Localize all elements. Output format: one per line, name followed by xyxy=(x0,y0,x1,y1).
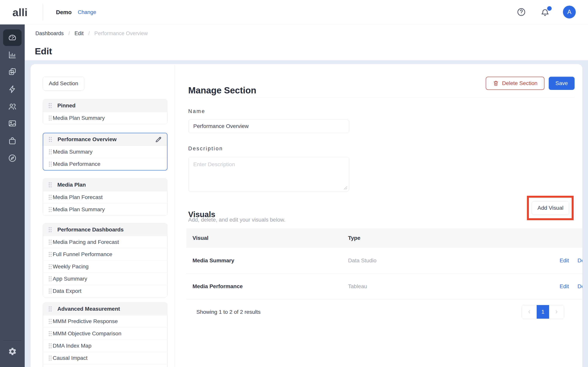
drag-handle-icon[interactable] xyxy=(48,288,53,294)
type-column-header: Type xyxy=(348,235,360,241)
drag-handle-icon[interactable] xyxy=(48,263,53,270)
section-item-label: Media Performance xyxy=(53,161,100,167)
breadcrumb-item-2[interactable]: Edit xyxy=(75,31,84,36)
drag-handle-icon[interactable] xyxy=(48,149,53,155)
content-card: Add Section PinnedMedia Plan SummaryPerf… xyxy=(31,64,582,367)
section-item[interactable]: MMM Objective Comparison xyxy=(43,327,167,340)
drag-handle-icon[interactable] xyxy=(48,161,53,167)
section-item[interactable]: MMM Predictive Response xyxy=(43,315,167,327)
section-item-label: MMM Predictive Response xyxy=(53,318,118,325)
section-item-label: Weekly Pacing xyxy=(53,264,89,270)
drag-handle-icon[interactable] xyxy=(48,275,53,282)
section-item[interactable]: Media Performance xyxy=(43,158,167,170)
section-item[interactable]: Media Plan Summary xyxy=(43,203,167,216)
change-workspace-link[interactable]: Change xyxy=(78,9,96,15)
visual-name: Media Summary xyxy=(192,258,348,264)
visual-table-row: Media SummaryData StudioEditDelete xyxy=(186,248,582,274)
section-item[interactable]: Media Pacing and Forecast xyxy=(43,236,167,248)
section-item-label: Media Plan Forecast xyxy=(53,194,103,200)
pagination-current-page[interactable]: 1 xyxy=(537,305,549,319)
drag-handle-icon[interactable] xyxy=(48,194,53,200)
visuals-table-header: Visual Type xyxy=(186,228,582,248)
page-header: Dashboards/Edit/Performance Overview Edi… xyxy=(25,24,588,60)
delete-visual-link[interactable]: Delete xyxy=(578,283,582,290)
help-icon[interactable] xyxy=(517,7,526,17)
section-group-header[interactable]: Media Plan xyxy=(43,179,167,191)
section-item-label: Full Funnel Performance xyxy=(53,251,112,258)
edit-pencil-icon[interactable] xyxy=(155,135,162,143)
section-item[interactable]: App Summary xyxy=(43,273,167,285)
user-avatar[interactable]: A xyxy=(563,6,576,18)
sidebar-item-shopping-bag-icon[interactable] xyxy=(3,133,22,149)
edit-visual-link[interactable]: Edit xyxy=(560,283,569,290)
drag-handle-icon[interactable] xyxy=(48,318,53,325)
section-item[interactable]: Media Plan Forecast xyxy=(43,191,167,203)
main-canvas: Add Section PinnedMedia Plan SummaryPerf… xyxy=(25,60,588,367)
settings-gear-icon[interactable] xyxy=(3,343,22,360)
delete-section-button[interactable]: Delete Section xyxy=(486,77,545,90)
section-item-label: Data Export xyxy=(53,288,81,294)
drag-handle-icon[interactable] xyxy=(48,136,53,143)
topbar: alli Demo Change A xyxy=(0,0,588,25)
sidebar-item-users-icon[interactable] xyxy=(3,98,22,115)
sidebar-item-clipboard-check-icon[interactable] xyxy=(3,63,22,80)
drag-handle-icon[interactable] xyxy=(48,182,53,188)
section-item[interactable]: Causal Impact xyxy=(43,352,167,364)
breadcrumb-item-1[interactable]: Dashboards xyxy=(35,31,64,36)
drag-handle-icon[interactable] xyxy=(48,355,53,361)
section-group-header[interactable]: Performance Overview xyxy=(43,133,167,146)
drag-handle-icon[interactable] xyxy=(48,342,53,349)
add-section-button[interactable]: Add Section xyxy=(43,76,84,91)
section-divider xyxy=(188,97,575,98)
edit-visual-link[interactable]: Edit xyxy=(560,258,569,264)
notification-badge-dot xyxy=(547,6,552,11)
section-item-label: Media Plan Summary xyxy=(53,115,105,121)
drag-handle-icon[interactable] xyxy=(48,330,53,337)
section-group-title: Media Plan xyxy=(57,182,86,188)
pagination-next-chevron-icon[interactable] xyxy=(549,305,564,319)
drag-handle-icon[interactable] xyxy=(48,102,53,109)
sidebar-item-compass-icon[interactable] xyxy=(3,150,22,167)
delete-section-label: Delete Section xyxy=(502,80,537,86)
section-name-input[interactable] xyxy=(188,119,349,133)
sidebar-item-bar-chart-icon[interactable] xyxy=(3,46,22,63)
visuals-subtitle: Add, delete, and edit your visuals below… xyxy=(188,217,285,223)
section-group: Performance DashboardsMedia Pacing and F… xyxy=(43,223,167,297)
section-item[interactable]: Clean Room Incrementality xyxy=(43,364,167,367)
section-item[interactable]: Media Plan Summary xyxy=(43,112,167,124)
description-textarea[interactable] xyxy=(188,157,349,192)
delete-visual-link[interactable]: Delete xyxy=(578,258,582,264)
section-group-header[interactable]: Advanced Measurement xyxy=(43,303,167,315)
app-window: alli Demo Change A xyxy=(0,0,588,367)
section-item[interactable]: Full Funnel Performance xyxy=(43,248,167,260)
drag-handle-icon[interactable] xyxy=(48,251,53,258)
sidebar-item-lightning-icon[interactable] xyxy=(3,81,22,98)
app-logo[interactable]: alli xyxy=(12,6,28,18)
results-count-text: Showing 1 to 2 of 2 results xyxy=(196,309,260,315)
visual-name: Media Performance xyxy=(192,283,348,290)
drag-handle-icon[interactable] xyxy=(48,226,53,233)
pagination-prev-chevron-icon[interactable] xyxy=(522,305,537,319)
sidebar-divider xyxy=(3,340,21,341)
section-item[interactable]: Data Export xyxy=(43,285,167,297)
section-group: PinnedMedia Plan Summary xyxy=(43,99,167,124)
section-group-header[interactable]: Performance Dashboards xyxy=(43,224,167,236)
visual-table-row: Media PerformanceTableauEditDelete xyxy=(186,274,582,300)
drag-handle-icon[interactable] xyxy=(48,115,53,121)
section-item[interactable]: Media Summary xyxy=(43,146,167,158)
drag-handle-icon[interactable] xyxy=(48,306,53,312)
section-item[interactable]: DMA Index Map xyxy=(43,340,167,352)
sidebar-item-dashboard-gauge-icon[interactable] xyxy=(3,29,22,46)
section-group-header[interactable]: Pinned xyxy=(43,100,167,112)
drag-handle-icon[interactable] xyxy=(48,206,53,213)
section-group: Media PlanMedia Plan ForecastMedia Plan … xyxy=(43,178,167,216)
topbar-divider xyxy=(43,3,43,21)
add-visual-button[interactable]: Add Visual xyxy=(532,201,569,215)
section-item[interactable]: Weekly Pacing xyxy=(43,260,167,273)
section-group-title: Advanced Measurement xyxy=(57,306,120,312)
sidebar-item-image-icon[interactable] xyxy=(3,115,22,132)
trash-icon xyxy=(493,80,499,86)
drag-handle-icon[interactable] xyxy=(48,239,53,245)
section-item-label: App Summary xyxy=(53,276,87,282)
save-button[interactable]: Save xyxy=(549,77,575,90)
